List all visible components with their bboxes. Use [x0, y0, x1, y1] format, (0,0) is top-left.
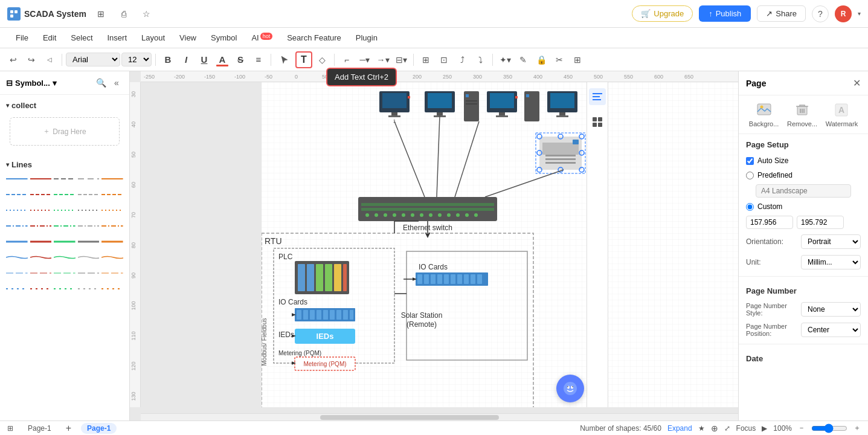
menu-view[interactable]: View: [173, 31, 202, 45]
zoom-in-icon[interactable]: ＋: [854, 423, 861, 433]
line-item[interactable]: [30, 205, 52, 216]
italic-button[interactable]: I: [178, 51, 194, 68]
bring-forward-button[interactable]: ⤴: [454, 51, 471, 68]
line-item[interactable]: [78, 173, 100, 184]
line-item[interactable]: [6, 268, 28, 279]
line-item[interactable]: [6, 189, 28, 200]
canvas-content[interactable]: 1: [262, 82, 738, 407]
line-item[interactable]: [6, 283, 28, 294]
page-height-input[interactable]: [797, 216, 844, 229]
line-item[interactable]: [30, 252, 52, 263]
drag-here-area[interactable]: ＋ Drag Here: [10, 117, 120, 146]
line-item[interactable]: [30, 221, 52, 231]
ai-chat-button[interactable]: [556, 375, 584, 402]
line-item[interactable]: [101, 173, 123, 184]
remove-button[interactable]: Remove...: [787, 102, 817, 127]
lines-section-title[interactable]: ▾ Lines: [6, 158, 123, 172]
bold-button[interactable]: B: [159, 51, 176, 68]
group-button[interactable]: ⊡: [436, 51, 452, 68]
line-item[interactable]: [30, 173, 52, 184]
menu-search-feature[interactable]: Search Feature: [281, 31, 347, 45]
line-item[interactable]: [101, 283, 123, 294]
window-icon[interactable]: ⊞: [92, 5, 109, 22]
strikethrough-button[interactable]: S: [232, 51, 249, 68]
page-width-input[interactable]: [746, 216, 793, 229]
sparkle-button[interactable]: ✦▾: [497, 51, 513, 68]
arrow-button[interactable]: →▾: [375, 51, 391, 68]
underline-button[interactable]: U: [196, 51, 213, 68]
layers-icon[interactable]: ⊕: [711, 424, 718, 433]
share-button[interactable]: ↗ Share: [757, 5, 806, 22]
menu-edit[interactable]: Edit: [37, 31, 62, 45]
sidebar-collapse-button[interactable]: «: [110, 76, 123, 89]
line-item[interactable]: [54, 189, 76, 200]
diamond-tool-button[interactable]: ◇: [313, 51, 330, 68]
line-item[interactable]: [101, 221, 123, 231]
send-back-button[interactable]: ⤵: [472, 51, 489, 68]
horizontal-scrollbar[interactable]: [141, 413, 738, 420]
line-item[interactable]: [101, 268, 123, 279]
container-button[interactable]: ⊞: [417, 51, 434, 68]
zoom-out-icon[interactable]: －: [798, 423, 805, 433]
line-item[interactable]: [6, 236, 28, 247]
auto-size-checkbox[interactable]: [746, 157, 754, 165]
sidebar-search-button[interactable]: 🔍: [94, 76, 108, 89]
menu-ai[interactable]: AIhot: [245, 31, 278, 45]
line-item[interactable]: [30, 268, 52, 279]
menu-layout[interactable]: Layout: [135, 31, 171, 45]
upgrade-button[interactable]: 🛒 Upgrade: [632, 5, 693, 22]
line-item[interactable]: [101, 252, 123, 263]
line-item[interactable]: [54, 236, 76, 247]
path-tool-button[interactable]: ⌐: [338, 51, 355, 68]
star-icon-status[interactable]: ★: [698, 424, 705, 433]
fit-screen-icon[interactable]: ⤢: [724, 424, 730, 433]
line-item[interactable]: [30, 236, 52, 247]
line-item[interactable]: [6, 173, 28, 184]
line-item[interactable]: [54, 283, 76, 294]
font-family-select[interactable]: Arial: [66, 53, 120, 66]
focus-label[interactable]: Focus: [736, 424, 756, 433]
align-button[interactable]: ≡: [250, 51, 267, 68]
redo-button[interactable]: ↪: [23, 51, 40, 68]
sidebar-dropdown-icon[interactable]: ▾: [53, 79, 57, 88]
font-size-select[interactable]: 12: [121, 53, 152, 66]
menu-file[interactable]: File: [10, 31, 34, 45]
line-item[interactable]: [78, 268, 100, 279]
line-item[interactable]: [101, 236, 123, 247]
connection-button[interactable]: ⊟▾: [393, 51, 410, 68]
line-item[interactable]: [54, 205, 76, 216]
line-item[interactable]: [54, 221, 76, 231]
edit-button[interactable]: ✎: [515, 51, 532, 68]
line-item[interactable]: [78, 189, 100, 200]
font-color-button[interactable]: A: [214, 51, 231, 68]
predefined-value-input[interactable]: [756, 184, 851, 198]
table-button[interactable]: ⊞: [569, 51, 586, 68]
add-page-button[interactable]: +: [66, 423, 71, 434]
line-style-button[interactable]: ─▾: [356, 51, 373, 68]
canvas-scroll-area[interactable]: 1: [141, 82, 738, 407]
user-menu-chevron[interactable]: ▾: [858, 10, 861, 17]
user-avatar[interactable]: R: [835, 5, 852, 22]
expand-button[interactable]: Expand: [667, 424, 692, 433]
help-button[interactable]: ?: [812, 5, 829, 22]
publish-button[interactable]: ↑ Publish: [699, 5, 751, 22]
line-item[interactable]: [54, 252, 76, 263]
page-view-icon[interactable]: ⊞: [7, 424, 13, 433]
collect-section-title[interactable]: ▾ collect: [6, 98, 123, 112]
line-item[interactable]: [78, 283, 100, 294]
page-tab-label[interactable]: Page-1: [81, 423, 117, 434]
predefined-radio[interactable]: [746, 172, 754, 179]
menu-insert[interactable]: Insert: [101, 31, 133, 45]
custom-radio[interactable]: [746, 203, 754, 211]
line-item[interactable]: [78, 236, 100, 247]
undo-button[interactable]: ↩: [5, 51, 22, 68]
watermark-button[interactable]: A Watermark: [826, 102, 858, 127]
prev-button[interactable]: ◁: [41, 51, 58, 68]
properties-panel-icon[interactable]: [589, 88, 606, 105]
line-item[interactable]: [54, 268, 76, 279]
share-window-icon[interactable]: ⎙: [115, 5, 132, 22]
page-number-style-select[interactable]: None 1, 2, 3: [801, 302, 861, 317]
select-tool-button[interactable]: [275, 51, 294, 68]
line-item[interactable]: [78, 221, 100, 231]
menu-plugin[interactable]: Plugin: [350, 31, 384, 45]
